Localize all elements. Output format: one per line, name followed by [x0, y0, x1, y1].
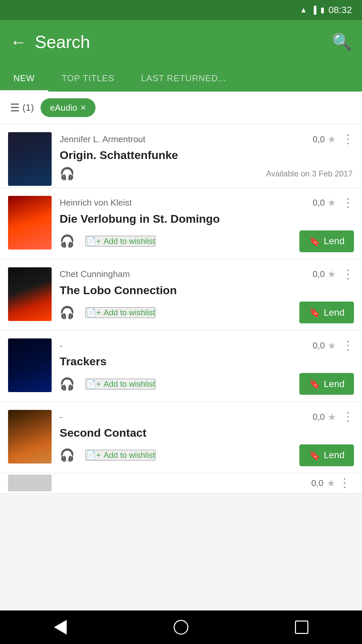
- lend-label: Lend: [324, 307, 345, 318]
- lend-button[interactable]: 🔖 Lend: [299, 373, 354, 395]
- lend-button[interactable]: 🔖 Lend: [299, 230, 354, 252]
- nav-back-button[interactable]: [40, 617, 80, 637]
- status-bar: ▲ ▐ ▮ 08:32: [0, 0, 362, 20]
- book-actions: 🎧 📄+ Add to wishlist 🔖 Lend: [60, 230, 354, 252]
- more-options-icon[interactable]: ⋮: [342, 132, 354, 146]
- page-title: Search: [35, 32, 324, 52]
- partial-cover: [8, 475, 52, 491]
- wishlist-icon: 📄+: [86, 450, 101, 460]
- book-author: -: [60, 340, 63, 351]
- wishlist-icon: 📄+: [86, 308, 101, 317]
- book-info-trackers: - 0,0 ★ ⋮ Trackers 🎧 📄+ Add to wishlist …: [60, 338, 354, 401]
- partial-star-icon: ★: [327, 478, 335, 489]
- more-options-icon[interactable]: ⋮: [342, 338, 354, 353]
- star-icon: ★: [327, 134, 336, 145]
- add-to-wishlist-button[interactable]: 📄+ Add to wishlist: [85, 307, 156, 318]
- status-icons: ▲ ▐ ▮ 08:32: [300, 5, 352, 15]
- bookmark-icon: 🔖: [309, 307, 320, 318]
- book-rating: 0,0 ★ ⋮: [313, 410, 354, 424]
- book-title: Origin. Schattenfunke: [60, 148, 354, 162]
- book-cover-trackers: [8, 338, 52, 392]
- wishlist-label: Add to wishlist: [104, 450, 155, 460]
- rating-value: 0,0: [313, 198, 325, 208]
- wishlist-label: Add to wishlist: [104, 236, 155, 246]
- rating-value: 0,0: [313, 269, 325, 279]
- lend-button[interactable]: 🔖 Lend: [299, 302, 354, 323]
- add-to-wishlist-button[interactable]: 📄+ Add to wishlist: [85, 236, 156, 247]
- book-info-second-contact: - 0,0 ★ ⋮ Second Contact 🎧 📄+ Add to wis…: [60, 410, 354, 473]
- book-author: Heinrich von Kleist: [60, 198, 132, 208]
- tabs-bar: NEW TOP TITLES LAST RETURNED...: [0, 64, 362, 92]
- book-item-trackers: - 0,0 ★ ⋮ Trackers 🎧 📄+ Add to wishlist …: [0, 330, 362, 402]
- add-to-wishlist-button[interactable]: 📄+ Add to wishlist: [85, 450, 156, 461]
- tab-top-titles[interactable]: TOP TITLES: [48, 64, 128, 92]
- back-button[interactable]: ←: [10, 34, 27, 50]
- book-cover-verlobung: [8, 196, 52, 250]
- partial-rating-value: 0,0: [311, 478, 323, 488]
- book-rating: 0,0 ★ ⋮: [313, 338, 354, 353]
- filter-icon-container[interactable]: ☰ (1): [10, 101, 34, 114]
- search-button[interactable]: 🔍: [332, 33, 352, 51]
- availability-text: Available on 3 Feb 2017: [266, 169, 353, 178]
- rating-value: 0,0: [313, 412, 325, 422]
- lend-button[interactable]: 🔖 Lend: [299, 444, 354, 466]
- book-info-origin: Jennifer L. Armentrout 0,0 ★ ⋮ Origin. S…: [60, 132, 354, 187]
- more-options-icon[interactable]: ⋮: [342, 267, 354, 281]
- add-to-wishlist-button[interactable]: 📄+ Add to wishlist: [85, 379, 156, 389]
- star-icon: ★: [327, 412, 336, 423]
- nav-home-button[interactable]: [161, 617, 201, 637]
- tab-last-returned[interactable]: LAST RETURNED...: [128, 64, 240, 92]
- wifi-icon: ▲: [300, 6, 307, 14]
- filter-count: (1): [22, 102, 34, 113]
- back-triangle-icon: [54, 620, 67, 635]
- book-actions: 🎧 📄+ Add to wishlist 🔖 Lend: [60, 373, 354, 395]
- lend-label: Lend: [324, 450, 345, 461]
- book-info-lobo: Chet Cunningham 0,0 ★ ⋮ The Lobo Connect…: [60, 267, 354, 330]
- book-item-partial: 0,0 ★ ⋮: [0, 473, 362, 493]
- status-time: 08:32: [328, 5, 352, 15]
- book-title: Trackers: [60, 355, 354, 368]
- partial-rating: 0,0 ★ ⋮: [311, 476, 351, 490]
- recent-square-icon: [295, 621, 308, 634]
- star-icon: ★: [327, 269, 336, 280]
- more-options-icon[interactable]: ⋮: [342, 196, 354, 210]
- book-rating: 0,0 ★ ⋮: [313, 132, 354, 146]
- audio-icon: 🎧: [60, 306, 75, 320]
- star-icon: ★: [327, 197, 336, 208]
- bookmark-icon: 🔖: [309, 378, 320, 389]
- book-actions: 🎧 📄+ Add to wishlist 🔖 Lend: [60, 302, 354, 323]
- nav-recent-button[interactable]: [282, 617, 322, 637]
- book-rating: 0,0 ★ ⋮: [313, 196, 354, 210]
- partial-more-icon[interactable]: ⋮: [339, 476, 351, 490]
- signal-icon: ▐: [311, 6, 316, 14]
- wishlist-label: Add to wishlist: [104, 308, 155, 317]
- book-cover-lobo: [8, 267, 52, 321]
- book-item-second-contact: - 0,0 ★ ⋮ Second Contact 🎧 📄+ Add to wis…: [0, 402, 362, 473]
- tab-new[interactable]: NEW: [0, 64, 48, 92]
- eaudio-filter-chip[interactable]: eAudio ×: [41, 98, 95, 117]
- book-meta-row: Heinrich von Kleist 0,0 ★ ⋮: [60, 196, 354, 210]
- rating-value: 0,0: [313, 134, 325, 145]
- book-rating: 0,0 ★ ⋮: [313, 267, 354, 281]
- book-author: Chet Cunningham: [60, 269, 130, 279]
- filter-icon: ☰: [10, 101, 20, 114]
- book-info-verlobung: Heinrich von Kleist 0,0 ★ ⋮ Die Verlobun…: [60, 196, 354, 259]
- more-options-icon[interactable]: ⋮: [342, 410, 354, 424]
- book-meta-row: - 0,0 ★ ⋮: [60, 338, 354, 353]
- book-item-verlobung: Heinrich von Kleist 0,0 ★ ⋮ Die Verlobun…: [0, 188, 362, 259]
- book-cover-origin: [8, 132, 52, 186]
- lend-label: Lend: [324, 236, 345, 247]
- rating-value: 0,0: [313, 340, 325, 351]
- audio-icon: 🎧: [60, 448, 75, 462]
- android-nav-bar: [0, 610, 362, 644]
- wishlist-icon: 📄+: [86, 379, 101, 389]
- book-title: The Lobo Connection: [60, 283, 354, 297]
- book-author: Jennifer L. Armentrout: [60, 134, 145, 145]
- filter-chip-close-icon[interactable]: ×: [80, 102, 86, 113]
- battery-icon: ▮: [320, 6, 324, 14]
- wishlist-label: Add to wishlist: [104, 379, 155, 389]
- bookmark-icon: 🔖: [309, 450, 320, 461]
- bookmark-icon: 🔖: [309, 236, 320, 247]
- filter-chip-label: eAudio: [50, 103, 77, 113]
- cover-placeholder: [8, 196, 52, 250]
